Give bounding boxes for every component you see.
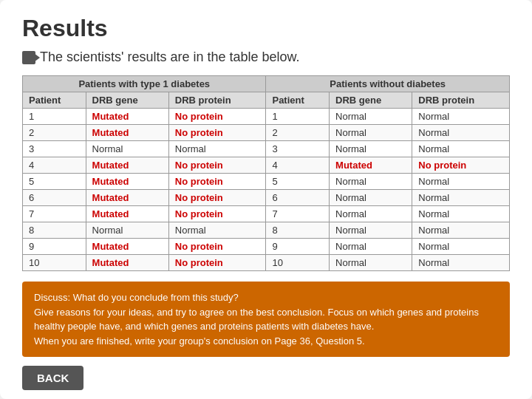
discuss-text: Discuss: What do you conclude from this …	[34, 292, 479, 347]
group2-header: Patients without diabetes	[266, 76, 510, 92]
page-title: Results	[22, 15, 510, 42]
group1-header: Patients with type 1 diabetes	[23, 76, 266, 92]
slide: Results The scientists' results are in t…	[0, 0, 532, 399]
discuss-box: Discuss: What do you conclude from this …	[22, 282, 510, 357]
table-row: 10MutatedNo protein10NormalNormal	[23, 255, 510, 271]
table-row: 6MutatedNo protein6NormalNormal	[23, 190, 510, 206]
table-row: 4MutatedNo protein4MutatedNo protein	[23, 157, 510, 174]
table-row: 7MutatedNo protein7NormalNormal	[23, 206, 510, 222]
table-row: 8NormalNormal8NormalNormal	[23, 222, 510, 239]
table-row: 3NormalNormal3NormalNormal	[23, 141, 510, 157]
results-table: Patients with type 1 diabetes Patients w…	[22, 75, 510, 271]
table-row: 9MutatedNo protein9NormalNormal	[23, 239, 510, 255]
col-drb-gene2: DRB gene	[330, 92, 412, 109]
table-row: 1MutatedNo protein1NormalNormal	[23, 109, 510, 125]
col-drb-gene1: DRB gene	[86, 92, 168, 109]
col-drb-protein1: DRB protein	[168, 92, 266, 109]
table-row: 2MutatedNo protein2NormalNormal	[23, 125, 510, 141]
subtitle: The scientists' results are in the table…	[22, 50, 510, 65]
bullet-icon	[22, 51, 35, 64]
col-patient1: Patient	[23, 92, 86, 109]
col-patient2: Patient	[266, 92, 330, 109]
table-row: 5MutatedNo protein5NormalNormal	[23, 174, 510, 190]
col-drb-protein2: DRB protein	[412, 92, 510, 109]
back-button[interactable]: BACK	[22, 366, 83, 390]
